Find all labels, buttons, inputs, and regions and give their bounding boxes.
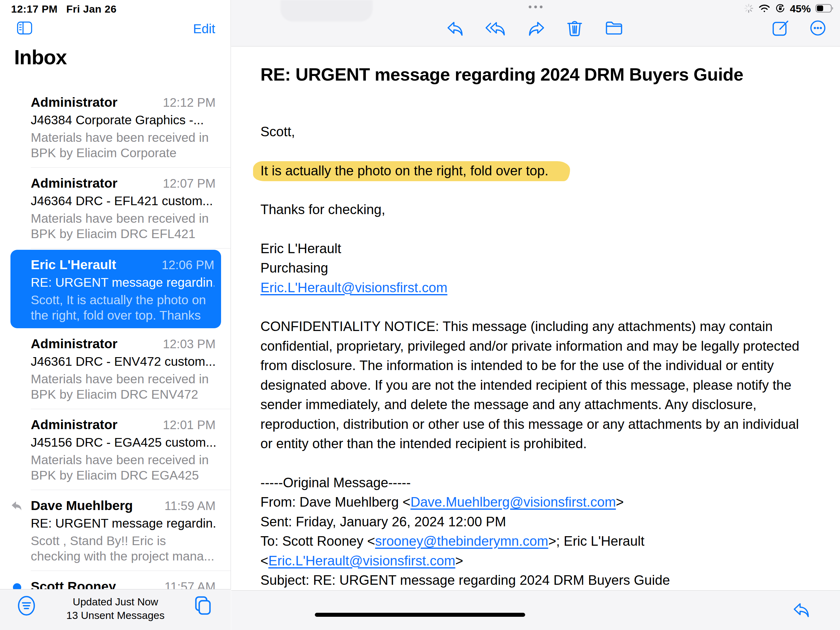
activity-spinner-icon xyxy=(744,3,753,14)
sender-name: Administrator xyxy=(31,95,117,110)
folder-icon[interactable] xyxy=(605,19,624,38)
multitasking-dots-icon[interactable] xyxy=(529,6,543,8)
subject-line: Subject: RE: URGENT message regarding 20… xyxy=(261,573,670,587)
message-preview: Scott, It is actually the photo on the r… xyxy=(31,292,214,323)
signature-email-link[interactable]: Eric.L'Herault@visionsfirst.com xyxy=(261,280,447,295)
message-row[interactable]: Administrator 12:01 PM J45156 DRC - EGA4… xyxy=(0,409,231,490)
sidebar-toggle-icon[interactable] xyxy=(16,20,33,36)
message-time: 11:59 AM xyxy=(164,499,216,513)
message-subject: J45156 DRC - EGA425 custom... xyxy=(31,435,216,450)
thanks-line: Thanks for checking, xyxy=(261,199,809,219)
message-time: 12:12 PM xyxy=(163,96,216,109)
message-row[interactable]: Administrator 12:03 PM J46361 DRC - ENV4… xyxy=(0,328,231,409)
message-row[interactable]: Dave Muehlberg 11:59 AM RE: URGENT messa… xyxy=(0,490,231,571)
sender-name: Dave Muehlberg xyxy=(31,498,133,513)
message-subject: J46364 DRC - EFL421 custom... xyxy=(31,194,216,208)
home-indicator[interactable] xyxy=(315,613,525,617)
signature-block: Eric L'Herault Purchasing Eric.L'Herault… xyxy=(261,239,809,298)
mailbox-sidebar: 12:17 PM Fri Jan 26 Edit Inbox Administr… xyxy=(0,0,231,630)
message-subject: J46384 Corporate Graphics -... xyxy=(31,113,216,127)
message-pane: RE: URGENT message regarding 2024 DRM Bu… xyxy=(231,0,840,630)
status-bar-right: 45% xyxy=(744,3,834,15)
replied-arrow-icon xyxy=(11,500,24,511)
to-email-link-2[interactable]: Eric.L'Herault@visionsfirst.com xyxy=(268,553,455,568)
message-body: RE: URGENT message regarding 2024 DRM Bu… xyxy=(231,47,840,590)
blurred-artifact xyxy=(280,0,373,22)
reply-all-icon[interactable] xyxy=(485,19,504,38)
message-preview: Materials have been received in BPK by E… xyxy=(31,130,216,161)
highlighted-sentence: It is actually the photo on the right, f… xyxy=(253,161,570,181)
trash-icon[interactable] xyxy=(565,19,584,38)
message-time: 12:07 PM xyxy=(163,177,216,190)
original-message-block: -----Original Message----- From: Dave Mu… xyxy=(261,473,809,590)
battery-icon xyxy=(815,4,834,14)
greeting-line: Scott, xyxy=(261,122,809,141)
to-email-link-1[interactable]: srooney@thebinderymn.com xyxy=(375,533,548,548)
battery-percentage: 45% xyxy=(790,3,811,15)
status-bar-left: 12:17 PM Fri Jan 26 xyxy=(11,3,117,15)
message-time: 12:01 PM xyxy=(163,418,216,432)
signature-dept: Purchasing xyxy=(261,260,328,275)
message-time: 11:57 AM xyxy=(164,580,216,589)
message-preview: Materials have been received in BPK by E… xyxy=(31,452,216,483)
reply-icon[interactable] xyxy=(445,19,464,38)
message-preview: Materials have been received in BPK by E… xyxy=(31,371,216,402)
more-ellipsis-icon[interactable] xyxy=(808,19,827,38)
sender-name: Scott Rooney xyxy=(31,579,116,589)
stacked-pages-icon[interactable] xyxy=(193,595,213,616)
from-line: From: Dave Muehlberg <Dave.Muehlberg@vis… xyxy=(261,494,624,510)
sidebar-header: Edit xyxy=(0,18,231,43)
sender-name: Administrator xyxy=(31,417,117,432)
sender-name: Administrator xyxy=(31,176,117,191)
message-row[interactable]: Scott Rooney 11:57 AM xyxy=(0,571,231,589)
compose-icon[interactable] xyxy=(771,19,790,38)
sent-line: Sent: Friday, January 26, 2024 12:00 PM xyxy=(261,514,506,529)
message-time: 12:06 PM xyxy=(162,258,214,272)
message-time: 12:03 PM xyxy=(163,337,216,351)
message-subject-title: RE: URGENT message regarding 2024 DRM Bu… xyxy=(261,63,809,85)
message-subject: J46361 DRC - ENV472 custom... xyxy=(31,355,216,369)
to-line: To: Scott Rooney <srooney@thebinderymn.c… xyxy=(261,533,644,568)
message-bottom-bar xyxy=(231,590,840,630)
reply-icon[interactable] xyxy=(792,600,811,619)
message-row[interactable]: Administrator 12:07 PM J46364 DRC - EFL4… xyxy=(0,168,231,249)
edit-button[interactable]: Edit xyxy=(193,22,215,36)
mailbox-title: Inbox xyxy=(14,46,67,69)
message-preview: Scott , Stand By!! Eric is checking with… xyxy=(31,533,216,564)
sender-name: Administrator xyxy=(31,336,117,351)
message-subject: RE: URGENT message regardin... xyxy=(31,275,214,290)
message-row[interactable]: Administrator 12:12 PM J46384 Corporate … xyxy=(0,87,231,168)
message-row-selected[interactable]: Eric L'Herault 12:06 PM RE: URGENT messa… xyxy=(11,250,221,328)
message-preview: Materials have been received in BPK by E… xyxy=(31,211,216,242)
clock: 12:17 PM xyxy=(11,3,57,15)
confidentiality-notice: CONFIDENTIALITY NOTICE: This message (in… xyxy=(261,317,809,453)
sender-name: Eric L'Herault xyxy=(31,257,116,272)
sidebar-footer: Updated Just Now 13 Unsent Messages xyxy=(0,589,231,630)
orientation-lock-icon xyxy=(775,3,785,14)
message-list: Administrator 12:12 PM J46384 Corporate … xyxy=(0,87,231,589)
from-email-link[interactable]: Dave.Muehlberg@visionsfirst.com xyxy=(411,494,616,510)
forward-icon[interactable] xyxy=(527,19,546,38)
unread-dot xyxy=(13,583,21,589)
original-message-separator: -----Original Message----- xyxy=(261,475,411,490)
signature-name: Eric L'Herault xyxy=(261,241,341,256)
date: Fri Jan 26 xyxy=(66,3,117,15)
wifi-icon xyxy=(758,4,771,14)
message-subject: RE: URGENT message regardin... xyxy=(31,516,216,531)
